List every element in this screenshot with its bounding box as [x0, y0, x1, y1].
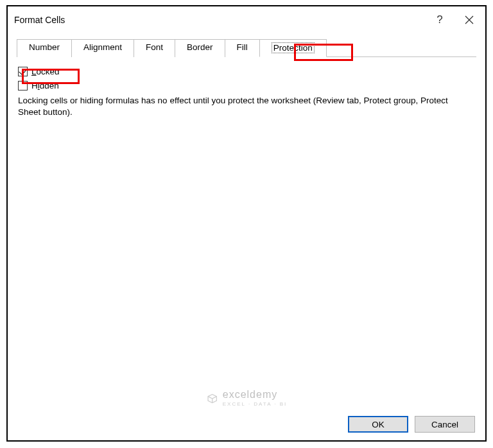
ok-button[interactable]: OK	[348, 416, 408, 433]
titlebar: Format Cells ?	[9, 8, 484, 32]
locked-checkbox[interactable]	[18, 67, 28, 76]
watermark: exceldemy EXCEL · DATA · BI	[206, 390, 288, 407]
tab-number[interactable]: Number	[17, 39, 72, 57]
tab-protection[interactable]: Protection	[259, 39, 327, 57]
help-button[interactable]: ?	[425, 8, 454, 32]
cancel-button[interactable]: Cancel	[415, 416, 475, 433]
protection-description: Locking cells or hiding formulas has no …	[18, 95, 467, 118]
locked-label: Locked	[31, 67, 60, 76]
format-cells-dialog: Format Cells ? Number Alignment Font Bor…	[9, 8, 484, 439]
dialog-title: Format Cells	[14, 15, 425, 25]
tab-font[interactable]: Font	[134, 39, 175, 57]
hidden-label: Hidden	[31, 81, 59, 90]
close-button[interactable]	[454, 8, 484, 32]
watermark-brand: exceldemy	[223, 390, 277, 400]
hidden-checkbox[interactable]	[18, 81, 28, 90]
tab-content: Locked Hidden Locking cells or hiding fo…	[9, 57, 484, 118]
hidden-row: Hidden	[18, 81, 475, 90]
button-bar: OK Cancel	[348, 416, 475, 433]
close-icon	[465, 15, 474, 24]
watermark-tagline: EXCEL · DATA · BI	[223, 402, 288, 407]
locked-row: Locked	[18, 67, 475, 76]
tab-alignment[interactable]: Alignment	[71, 39, 134, 57]
watermark-icon	[206, 392, 219, 405]
tab-border[interactable]: Border	[175, 39, 225, 57]
tab-strip: Number Alignment Font Border Fill Protec…	[17, 39, 476, 57]
tab-fill[interactable]: Fill	[225, 39, 260, 57]
